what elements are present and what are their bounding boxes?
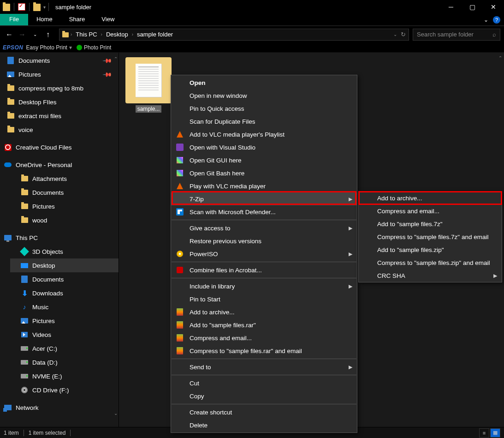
tree-item-nvme-e[interactable]: NVME (E:) bbox=[10, 369, 119, 383]
address-bar[interactable]: › This PC › Desktop › sample folder ⌄ ↻ bbox=[59, 29, 409, 41]
menu-7zip[interactable]: 7-Zip▶ bbox=[171, 192, 357, 205]
tree-item-extract[interactable]: extract msi files bbox=[0, 109, 119, 123]
tree-item-compress[interactable]: compress mpeg to 8mb bbox=[0, 81, 119, 95]
tree-item-acer-c[interactable]: Acer (C:) bbox=[10, 342, 119, 355]
tree-item-desktop[interactable]: Desktop bbox=[10, 258, 119, 272]
menu-git-bash[interactable]: Open Git Bash here bbox=[171, 167, 357, 180]
menu-play-vlc[interactable]: Play with VLC media player bbox=[171, 180, 357, 192]
breadcrumb-this-pc[interactable]: This PC bbox=[74, 31, 99, 38]
share-tab[interactable]: Share bbox=[61, 14, 94, 25]
tree-item-desktopfiles[interactable]: Desktop FIles bbox=[0, 95, 119, 109]
menu-send-to[interactable]: Send to▶ bbox=[171, 360, 357, 373]
tree-item-pictures[interactable]: Pictures📌 bbox=[0, 67, 119, 81]
tree-item-pc-pictures[interactable]: Pictures bbox=[10, 314, 119, 328]
chevron-right-icon[interactable]: › bbox=[69, 32, 74, 37]
chevron-right-icon[interactable]: › bbox=[130, 32, 135, 37]
menu-poweriso[interactable]: PowerISO▶ bbox=[171, 247, 357, 260]
pin-icon[interactable]: 📌 bbox=[102, 55, 113, 66]
scroll-up-icon[interactable]: ⌃ bbox=[114, 56, 118, 61]
minimize-button[interactable]: ─ bbox=[440, 0, 462, 14]
maximize-button[interactable]: ▢ bbox=[462, 0, 483, 14]
tree-item-music[interactable]: ♪Music bbox=[10, 300, 119, 314]
up-button[interactable]: ↑ bbox=[42, 29, 53, 40]
file-item-sample[interactable]: sample... bbox=[124, 57, 173, 113]
menu-give-access[interactable]: Give access to▶ bbox=[171, 222, 357, 234]
tree-item-onedrive[interactable]: OneDrive - Personal bbox=[0, 158, 119, 172]
menu-git-gui[interactable]: Open Git GUI here bbox=[171, 154, 357, 167]
breadcrumb-desktop[interactable]: Desktop bbox=[104, 31, 130, 38]
menu-add-archive[interactable]: Add to archive... bbox=[171, 306, 357, 318]
tree-item-attachments[interactable]: Attachments bbox=[10, 172, 119, 186]
tree-item-data-d[interactable]: Data (D:) bbox=[10, 355, 119, 369]
properties-icon[interactable] bbox=[18, 3, 25, 11]
menu-open-new-window[interactable]: Open in new window bbox=[171, 89, 357, 102]
easy-photo-print-button[interactable]: Easy Photo Print bbox=[26, 44, 67, 51]
scroll-down-icon[interactable]: ⌄ bbox=[114, 411, 118, 416]
submenu-compress-zip-email[interactable]: Compress to "sample files.zip" and email bbox=[359, 256, 502, 269]
breadcrumb-current[interactable]: sample folder bbox=[135, 31, 175, 38]
view-icons-button[interactable]: ▦ bbox=[490, 428, 500, 438]
menu-restore-versions[interactable]: Restore previous versions bbox=[171, 234, 357, 247]
tree-item-cd-drive[interactable]: CD Drive (F:) bbox=[10, 383, 119, 397]
menu-add-vlc-playlist[interactable]: Add to VLC media player's Playlist bbox=[171, 128, 357, 141]
tree-item-downloads[interactable]: ⬇Downloads bbox=[10, 286, 119, 300]
videos-icon bbox=[21, 332, 28, 337]
menu-delete[interactable]: Delete bbox=[171, 419, 357, 432]
dropdown-icon[interactable]: ▾ bbox=[69, 44, 72, 51]
home-tab[interactable]: Home bbox=[28, 14, 61, 25]
menu-cut[interactable]: Cut bbox=[171, 377, 357, 390]
tree-item-od-pictures[interactable]: Pictures bbox=[10, 199, 119, 213]
back-button[interactable]: ← bbox=[4, 29, 15, 40]
menu-defender[interactable]: Scan with Microsoft Defender... bbox=[171, 205, 357, 218]
tree-item-wood[interactable]: wood bbox=[10, 213, 119, 227]
separator bbox=[48, 3, 49, 11]
address-dropdown-icon[interactable]: ⌄ bbox=[393, 32, 397, 37]
menu-compress-rar-email[interactable]: Compress to "sample files.rar" and email bbox=[171, 344, 357, 357]
menu-combine-acrobat[interactable]: Combine files in Acrobat... bbox=[171, 264, 357, 276]
submenu-add-archive[interactable]: Add to archive... bbox=[359, 192, 502, 204]
chevron-right-icon[interactable]: › bbox=[99, 32, 104, 37]
submenu-compress-7z-email[interactable]: Compress to "sample files.7z" and email bbox=[359, 230, 502, 243]
menu-open-visual-studio[interactable]: Open with Visual Studio bbox=[171, 141, 357, 154]
submenu-compress-email[interactable]: Compress and email... bbox=[359, 204, 502, 217]
tree-item-network[interactable]: Network bbox=[0, 401, 119, 414]
menu-scan-duplicate[interactable]: Scan for Duplicate Files bbox=[171, 115, 357, 128]
file-tab[interactable]: File bbox=[0, 14, 28, 25]
visual-studio-icon bbox=[176, 144, 184, 151]
tree-item-videos[interactable]: Videos bbox=[10, 328, 119, 342]
menu-create-shortcut[interactable]: Create shortcut bbox=[171, 406, 357, 419]
search-input[interactable]: Search sample folder ⌕ bbox=[413, 29, 500, 41]
submenu-add-7z[interactable]: Add to "sample files.7z" bbox=[359, 217, 502, 230]
menu-compress-email[interactable]: Compress and email... bbox=[171, 331, 357, 344]
navigation-pane[interactable]: ⌃ Documents📌 Pictures📌 compress mpeg to … bbox=[0, 53, 119, 427]
menu-pin-start[interactable]: Pin to Start bbox=[171, 293, 357, 306]
qat-dropdown-icon[interactable]: ▾ bbox=[43, 5, 46, 10]
tree-item-od-documents[interactable]: Documents bbox=[10, 186, 119, 199]
menu-add-rar[interactable]: Add to "sample files.rar" bbox=[171, 318, 357, 331]
view-tab[interactable]: View bbox=[93, 14, 123, 25]
forward-button[interactable]: → bbox=[17, 29, 28, 40]
new-folder-icon[interactable] bbox=[33, 4, 41, 11]
tree-item-3d-objects[interactable]: 3D Objects bbox=[10, 245, 119, 258]
tree-item-this-pc[interactable]: This PC bbox=[0, 231, 119, 245]
ribbon-collapse-icon[interactable]: ⌄ bbox=[484, 17, 488, 23]
menu-include-library[interactable]: Include in library▶ bbox=[171, 280, 357, 293]
menu-copy[interactable]: Copy bbox=[171, 390, 357, 402]
tree-item-documents[interactable]: Documents📌 bbox=[0, 54, 119, 67]
tree-item-voice[interactable]: voice bbox=[0, 123, 119, 137]
pin-icon[interactable]: 📌 bbox=[102, 69, 113, 79]
tree-item-pc-documents[interactable]: Documents bbox=[10, 272, 119, 286]
photo-print-button[interactable]: Photo Print bbox=[84, 44, 111, 51]
help-icon[interactable]: ? bbox=[493, 16, 500, 24]
submenu-add-zip[interactable]: Add to "sample files.zip" bbox=[359, 243, 502, 256]
menu-separator bbox=[172, 375, 356, 375]
menu-open[interactable]: Open bbox=[171, 76, 357, 89]
menu-pin-quick-access[interactable]: Pin to Quick access bbox=[171, 102, 357, 115]
tree-item-creative-cloud[interactable]: Creative Cloud Files bbox=[0, 140, 119, 154]
close-button[interactable]: ✕ bbox=[483, 0, 504, 14]
recent-dropdown-icon[interactable]: ⌄ bbox=[30, 29, 41, 40]
submenu-crc-sha[interactable]: CRC SHA▶ bbox=[359, 269, 502, 282]
refresh-icon[interactable]: ↻ bbox=[401, 31, 406, 38]
scroll-up-icon[interactable]: ⌃ bbox=[498, 55, 502, 60]
view-details-button[interactable]: ≡ bbox=[479, 428, 489, 438]
